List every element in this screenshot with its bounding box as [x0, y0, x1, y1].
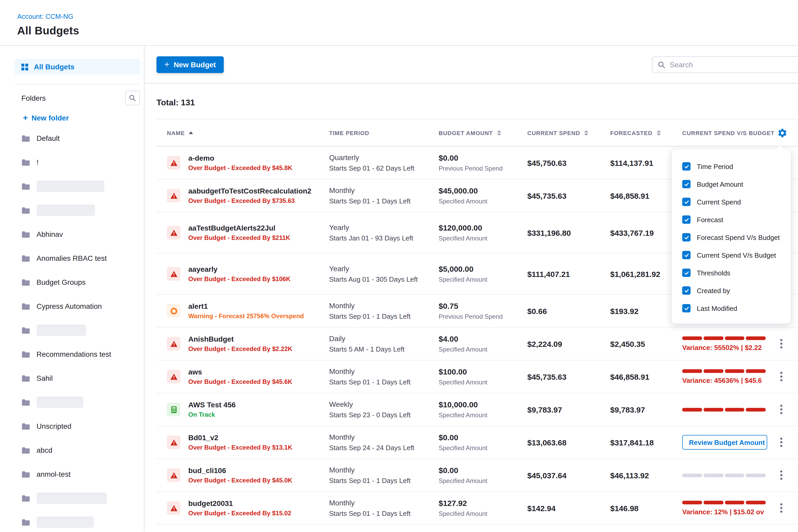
column-header[interactable]: Budget Amount [428, 130, 517, 136]
current-spend: $45,735.63 [527, 372, 600, 381]
row-menu-icon[interactable] [780, 471, 782, 480]
checkbox[interactable] [682, 198, 690, 206]
table-row[interactable]: bud_cli106 Over Budget - Exceeded By $45… [156, 459, 798, 492]
folder-label: Abhinav [37, 230, 63, 239]
checkbox[interactable] [682, 269, 690, 277]
current-spend: $13,063.68 [527, 438, 600, 447]
column-header[interactable]: Forecasted [600, 130, 672, 136]
sidebar-folder-item[interactable]: Sahil [15, 366, 140, 390]
row-menu-icon[interactable] [780, 372, 782, 381]
over-budget-alert-icon [167, 468, 180, 482]
row-menu-icon[interactable] [780, 339, 782, 348]
row-menu-icon[interactable] [780, 405, 782, 414]
folder-label: Budget Groups [37, 278, 86, 286]
column-toggle-item[interactable]: Current Spend V/s Budget [672, 246, 791, 264]
sidebar-folder-item[interactable]: Anomalies RBAC test [15, 246, 140, 270]
current-spend: $142.94 [527, 504, 600, 512]
sidebar-folder-item[interactable]: anmol-test [15, 462, 140, 486]
time-period-detail: Starts Sep 01 - 1 Days Left [329, 197, 428, 205]
check-icon [684, 288, 689, 293]
sidebar-folder-item[interactable]: abcd [15, 438, 140, 462]
row-menu-icon[interactable] [780, 503, 782, 513]
sidebar-folder-item[interactable] [15, 510, 140, 531]
budget-amount: $45,000.00 [439, 186, 517, 195]
new-folder-button[interactable]: + New folder [15, 112, 140, 124]
over-budget-alert-icon [167, 156, 180, 170]
budget-amount-note: Previous Period Spend [439, 313, 517, 320]
folder-icon [21, 182, 30, 191]
current-spend: $331,196.80 [527, 228, 600, 237]
checkbox-label: Forecast [697, 216, 723, 224]
budget-amount: $127.92 [439, 499, 517, 508]
time-period: Yearly [329, 264, 428, 273]
column-header[interactable]: Current Spend [517, 130, 600, 136]
column-settings-gear-icon[interactable] [777, 128, 787, 138]
folder-icon [21, 302, 30, 310]
checkbox[interactable] [682, 233, 690, 242]
folder-search-button[interactable] [125, 91, 140, 106]
search-input[interactable] [670, 60, 798, 69]
table-row[interactable]: aws Over Budget - Exceeded By $45.6K Mon… [156, 360, 798, 393]
checkbox[interactable] [682, 180, 690, 188]
sidebar-folder-item[interactable]: Budget Groups [15, 270, 140, 294]
budget-amount-note: Specified Amount [439, 379, 517, 386]
column-toggle-item[interactable]: Last Modified [672, 299, 791, 317]
budget-name: aaTestBudgetAlerts22Jul [188, 224, 290, 232]
sidebar-folder-item[interactable]: Recommendations test [15, 342, 140, 366]
sidebar-folder-item[interactable]: Cypress Automation [15, 294, 140, 318]
time-period: Monthly [329, 367, 428, 376]
new-budget-button[interactable]: + New Budget [156, 56, 224, 73]
sidebar-folder-item[interactable] [15, 174, 140, 198]
threshold-bar [682, 407, 766, 411]
sidebar-folder-item[interactable]: ! [15, 150, 140, 174]
checkbox[interactable] [682, 304, 690, 312]
current-spend: $45,750.63 [527, 158, 600, 167]
sidebar-folder-item[interactable]: Abhinav [15, 222, 140, 246]
column-header[interactable]: Current Spend V/s Budget [672, 130, 774, 136]
sidebar-folder-item[interactable] [15, 390, 140, 414]
threshold-bar [682, 336, 766, 340]
redacted-folder-name [37, 516, 94, 528]
table-row[interactable]: AWS Test 456 On Track Weekly Starts Sep … [156, 393, 798, 426]
current-spend: $2,224.09 [527, 339, 600, 348]
budget-amount-note: Specified Amount [439, 510, 517, 517]
sidebar-folder-item[interactable]: Default [15, 126, 140, 150]
column-toggle-item[interactable]: Time Period [672, 157, 791, 175]
total-count: Total: 131 [156, 98, 798, 108]
sidebar: All Budgets Folders + New folder Default [0, 46, 145, 531]
table-row[interactable]: AnishBudget Over Budget - Exceeded By $2… [156, 327, 798, 360]
column-toggle-item[interactable]: Budget Amount [672, 175, 791, 193]
checkbox[interactable] [682, 251, 690, 259]
account-breadcrumb-link[interactable]: Account: CCM-NG [17, 13, 73, 20]
table-row[interactable]: Bd01_v2 Over Budget - Exceeded By $13.1K… [156, 426, 798, 459]
time-period: Quarterly [329, 153, 428, 162]
column-toggle-item[interactable]: Thresholds [672, 264, 791, 282]
sidebar-folder-item[interactable] [15, 198, 140, 222]
checkbox-label: Budget Amount [697, 180, 743, 188]
sidebar-item-all-budgets[interactable]: All Budgets [15, 59, 140, 75]
checkbox[interactable] [682, 215, 690, 224]
row-menu-icon[interactable] [780, 438, 782, 447]
forecasted: $193.92 [610, 306, 672, 315]
column-toggle-item[interactable]: Forecast [672, 211, 791, 228]
budget-amount: $5,000.00 [439, 264, 517, 273]
column-toggle-item[interactable]: Forecast Spend V/s Budget [672, 228, 791, 246]
column-toggle-item[interactable]: Created by [672, 282, 791, 299]
redacted-folder-name [37, 396, 83, 408]
forecasted: $433,767.19 [610, 228, 672, 237]
column-toggle-item[interactable]: Current Spend [672, 193, 791, 211]
spend-vs-budget-bar [682, 473, 767, 477]
checkbox[interactable] [682, 286, 690, 295]
sidebar-folder-item[interactable]: Unscripted [15, 414, 140, 438]
review-budget-button[interactable]: Review Budget Amount [682, 435, 767, 450]
checkbox[interactable] [682, 162, 690, 171]
sidebar-folder-item[interactable] [15, 318, 140, 342]
column-header[interactable]: Name [156, 130, 319, 136]
sidebar-folder-item[interactable] [15, 486, 140, 510]
folder-icon [21, 350, 30, 359]
table-row[interactable]: budget20031 Over Budget - Exceeded By $1… [156, 492, 798, 525]
budget-amount-note: Specified Amount [439, 346, 517, 353]
budget-status: Over Budget - Exceeded By $45.8K [188, 164, 292, 172]
column-header[interactable]: Time Period [319, 130, 428, 136]
budget-name: aws [188, 368, 292, 376]
